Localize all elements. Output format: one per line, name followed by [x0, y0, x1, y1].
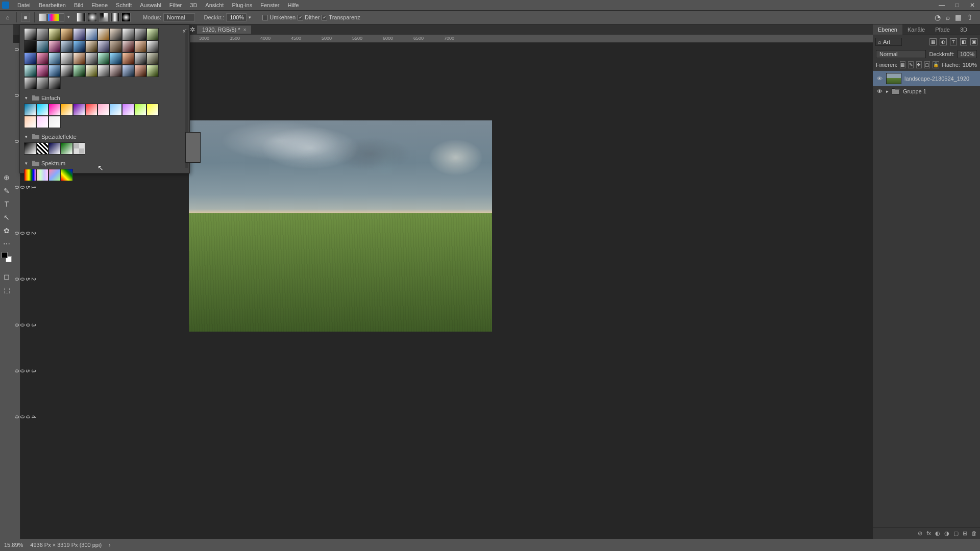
- dither-checkbox[interactable]: Dither: [298, 14, 320, 20]
- layer-filter-select[interactable]: ⌕Art: [875, 38, 902, 46]
- share-icon[interactable]: ⇧: [967, 13, 973, 21]
- zoom-display[interactable]: 15.89%: [4, 542, 23, 548]
- gradient-swatch[interactable]: [134, 40, 146, 53]
- menu-schrift[interactable]: Schrift: [112, 2, 136, 8]
- lock-position-icon[interactable]: ✥: [916, 61, 922, 68]
- tool-shape[interactable]: ✿: [2, 226, 12, 236]
- gradient-swatch[interactable]: [24, 142, 36, 155]
- gradient-swatch[interactable]: [24, 104, 36, 116]
- lock-artboard-icon[interactable]: ▢: [924, 61, 930, 68]
- gradient-swatch[interactable]: [61, 65, 73, 77]
- gradient-swatch[interactable]: [24, 53, 36, 65]
- gradient-swatch[interactable]: [24, 28, 36, 40]
- gradient-swatch[interactable]: [146, 40, 159, 53]
- menu-datei[interactable]: Datei: [13, 2, 35, 8]
- gradient-swatch[interactable]: [73, 65, 85, 77]
- opacity-input[interactable]: 100%: [226, 13, 247, 21]
- gradient-type-radial[interactable]: [88, 13, 97, 22]
- tab-3d[interactable]: 3D: [955, 24, 972, 35]
- menu-filter[interactable]: Filter: [165, 2, 186, 8]
- layer-opacity-input[interactable]: 100%: [958, 50, 977, 58]
- gradient-swatch[interactable]: [134, 53, 146, 65]
- tool-quickmask[interactable]: ◻: [2, 271, 12, 282]
- gradient-swatch[interactable]: [85, 53, 97, 65]
- gradient-swatch[interactable]: [36, 53, 48, 65]
- gradient-swatch[interactable]: [73, 142, 85, 155]
- tool-zoom[interactable]: ⊕: [2, 172, 12, 183]
- menu-plug-ins[interactable]: Plug-ins: [228, 2, 256, 8]
- tool-path[interactable]: ↖: [2, 212, 12, 222]
- gradient-swatch[interactable]: [61, 28, 73, 40]
- folder-spektrum[interactable]: ▾Spektrum: [24, 159, 185, 168]
- gradient-swatch[interactable]: [134, 28, 146, 40]
- tool-screenmode[interactable]: ⬚: [2, 285, 12, 295]
- fx-icon[interactable]: fx: [926, 530, 931, 537]
- expand-icon[interactable]: ▸: [886, 89, 889, 94]
- gradient-swatch[interactable]: [48, 169, 61, 181]
- menu-ansicht[interactable]: Ansicht: [201, 2, 228, 8]
- layer-row[interactable]: 👁▸Gruppe 1: [873, 86, 980, 96]
- gradient-swatch[interactable]: [24, 116, 36, 128]
- gradient-swatch[interactable]: [110, 104, 122, 116]
- workspace-icon[interactable]: ▦: [955, 13, 962, 21]
- chevron-right-icon[interactable]: ›: [109, 542, 111, 548]
- tool-eyedropper[interactable]: ✎: [2, 186, 12, 196]
- gradient-swatch[interactable]: [146, 28, 159, 40]
- gradient-swatch[interactable]: [97, 104, 110, 116]
- gradient-swatch[interactable]: [97, 53, 110, 65]
- gear-icon[interactable]: ✲: [190, 26, 195, 33]
- gradient-tool-selector[interactable]: ■: [21, 13, 30, 22]
- color-swatch[interactable]: [2, 252, 12, 262]
- new-layer-icon[interactable]: ⊞: [963, 530, 967, 537]
- gradient-swatch[interactable]: [61, 169, 73, 181]
- filter-pixel-icon[interactable]: ▦: [929, 38, 937, 45]
- gradient-type-reflected[interactable]: [110, 13, 119, 22]
- filter-shape-icon[interactable]: ◧: [960, 38, 967, 45]
- visibility-icon[interactable]: 👁: [876, 88, 883, 94]
- tool-type[interactable]: T: [2, 199, 12, 209]
- gradient-swatch[interactable]: [73, 28, 85, 40]
- gradient-swatch[interactable]: [97, 28, 110, 40]
- gradient-swatch[interactable]: [73, 104, 85, 116]
- document-info[interactable]: 4936 Px × 3319 Px (300 ppi): [30, 542, 102, 548]
- gradient-swatch[interactable]: [61, 53, 73, 65]
- gradient-swatch[interactable]: [110, 65, 122, 77]
- lock-paint-icon[interactable]: ✎: [908, 61, 914, 68]
- close-button[interactable]: ✕: [965, 2, 980, 9]
- gradient-swatch[interactable]: [146, 104, 159, 116]
- menu-ebene[interactable]: Ebene: [87, 2, 112, 8]
- gradient-swatch[interactable]: [85, 65, 97, 77]
- cloud-icon[interactable]: ◔: [935, 13, 941, 21]
- gradient-swatch[interactable]: [24, 169, 36, 181]
- gradient-swatch[interactable]: [122, 104, 134, 116]
- gradient-swatch[interactable]: [73, 53, 85, 65]
- gradient-swatch[interactable]: [110, 40, 122, 53]
- gradient-swatch[interactable]: [36, 40, 48, 53]
- gradient-swatch[interactable]: [48, 116, 61, 128]
- canvas-image[interactable]: [189, 120, 492, 332]
- filter-adjust-icon[interactable]: ◐: [940, 38, 947, 45]
- home-icon[interactable]: ⌂: [3, 13, 12, 22]
- reverse-checkbox[interactable]: Umkehren: [262, 14, 296, 20]
- gradient-swatch[interactable]: [48, 104, 61, 116]
- gradient-swatch[interactable]: [134, 65, 146, 77]
- gradient-swatch[interactable]: [146, 53, 159, 65]
- lock-transparent-icon[interactable]: ▦: [900, 61, 905, 68]
- layer-row[interactable]: 👁landscape-2130524_1920: [873, 71, 980, 86]
- menu-bild[interactable]: Bild: [70, 2, 87, 8]
- gradient-swatch[interactable]: [48, 53, 61, 65]
- document-tab[interactable]: 1920, RGB/8) * ×: [197, 26, 251, 34]
- gradient-swatch[interactable]: [24, 40, 36, 53]
- gradient-swatch[interactable]: [134, 104, 146, 116]
- scrollbar[interactable]: [185, 30, 188, 168]
- filter-smart-icon[interactable]: ▣: [970, 38, 977, 45]
- gradient-swatch[interactable]: [36, 142, 48, 155]
- search-icon[interactable]: ⌕: [946, 13, 950, 21]
- gradient-swatch[interactable]: [48, 40, 61, 53]
- gradient-swatch[interactable]: [110, 28, 122, 40]
- tool-more[interactable]: ⋯: [2, 239, 12, 249]
- tab-pfade[interactable]: Pfade: [930, 24, 955, 35]
- gradient-swatch[interactable]: [48, 142, 61, 155]
- gradient-swatch[interactable]: [61, 104, 73, 116]
- gradient-swatch[interactable]: [73, 40, 85, 53]
